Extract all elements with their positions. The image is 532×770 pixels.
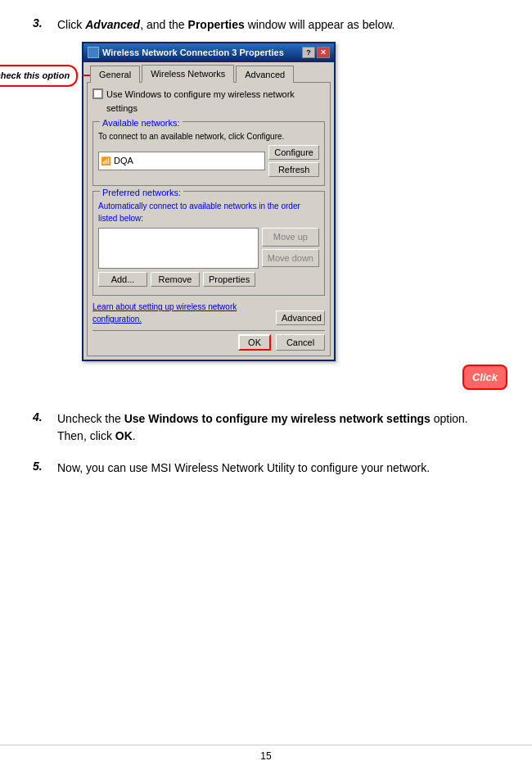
learn-advanced-row: Learn about setting up wireless network … xyxy=(92,301,325,325)
step-3: 3. Click Advanced, and the Properties wi… xyxy=(33,16,499,369)
preferred-networks-group: Preferred networks: Automatically connec… xyxy=(92,191,325,296)
step-3-text-after: , and the xyxy=(140,18,187,31)
tab-wireless-networks[interactable]: Wireless Networks xyxy=(142,65,234,84)
tab-advanced[interactable]: Advanced xyxy=(236,66,294,84)
step-5-text: Now, you can use MSI Wireless Network Ut… xyxy=(57,460,499,477)
learn-link[interactable]: Learn about setting up wireless network … xyxy=(92,301,276,325)
checkbox-label: Use Windows to configure my wireless net… xyxy=(106,88,325,115)
network-list: 📶 DQA xyxy=(98,152,265,170)
dialog-titlebar: Wireless Network Connection 3 Properties… xyxy=(83,43,334,62)
ok-bold: OK xyxy=(115,429,133,442)
preferred-row: Move up Move down xyxy=(98,228,319,269)
step-3-text: Click Advanced, and the Properties windo… xyxy=(57,16,499,369)
add-button[interactable]: Add... xyxy=(98,272,147,287)
preferred-networks-content: Automatically connect to available netwo… xyxy=(98,200,319,287)
step-4-text-end: . xyxy=(133,429,136,442)
avail-row: 📶 DQA Configure Refresh xyxy=(98,145,319,177)
tab-content: Use Windows to configure my wireless net… xyxy=(87,82,331,356)
available-networks-group: Available networks: To connect to an ava… xyxy=(92,121,325,186)
advanced-label: Advanced xyxy=(85,18,140,31)
step-4-text: Uncheck the Use Windows to configure my … xyxy=(57,410,499,445)
preferred-networks-title: Preferred networks: xyxy=(100,186,183,200)
step-3-text-end: window will appear as below. xyxy=(245,18,395,31)
step-3-number: 3. xyxy=(33,16,57,29)
properties-button[interactable]: Properties xyxy=(203,272,255,287)
wifi-icon: 📶 xyxy=(101,155,110,167)
ok-cancel-row: OK Cancel xyxy=(92,330,325,351)
step-4-number: 4. xyxy=(33,410,57,424)
network-name: DQA xyxy=(114,154,133,168)
step-5-number: 5. xyxy=(33,460,57,473)
tab-row: General Wireless Networks Advanced xyxy=(87,66,331,84)
properties-label: Properties xyxy=(188,18,245,31)
titlebar-buttons[interactable]: ? ✕ xyxy=(302,47,330,58)
bottom-buttons-row: Add... Remove Properties xyxy=(98,272,319,287)
close-button[interactable]: ✕ xyxy=(317,47,330,58)
uncheck-label: Uncheck this option xyxy=(0,65,78,87)
available-networks-title: Available networks: xyxy=(100,116,183,130)
ok-button[interactable]: OK xyxy=(238,334,271,351)
remove-button[interactable]: Remove xyxy=(151,272,200,287)
click-annotation: Click xyxy=(462,365,507,391)
cancel-button[interactable]: Cancel xyxy=(276,334,325,351)
titlebar-left: Wireless Network Connection 3 Properties xyxy=(88,46,284,60)
advanced-button[interactable]: Advanced xyxy=(276,310,325,325)
use-windows-checkbox[interactable] xyxy=(92,88,103,99)
page-number: 15 xyxy=(260,750,271,762)
page-footer: 15 xyxy=(0,745,532,762)
dialog-body: General Wireless Networks Advanced Use W… xyxy=(83,62,334,360)
dialog-box: Wireless Network Connection 3 Properties… xyxy=(82,42,336,361)
use-windows-bold: Use Windows to configure my wireless net… xyxy=(124,412,431,425)
available-networks-content: To connect to an available network, clic… xyxy=(98,130,319,177)
titlebar-icon xyxy=(88,47,99,58)
preferred-buttons: Move up Move down xyxy=(262,228,319,267)
configure-button[interactable]: Configure xyxy=(268,145,319,160)
click-label: Click xyxy=(462,365,507,391)
refresh-button[interactable]: Refresh xyxy=(268,162,319,177)
available-desc: To connect to an available network, clic… xyxy=(98,130,319,143)
step-4-text-before: Uncheck the xyxy=(57,412,124,425)
preferred-desc: Automatically connect to available netwo… xyxy=(98,200,319,224)
avail-buttons: Configure Refresh xyxy=(268,145,319,177)
step-3-text-before: Click xyxy=(57,18,85,31)
dialog-container: Uncheck this option ► Wireless Network C… xyxy=(82,42,499,361)
help-button[interactable]: ? xyxy=(302,47,315,58)
step-4: 4. Uncheck the Use Windows to configure … xyxy=(33,410,499,445)
preferred-list xyxy=(98,228,259,269)
move-down-button[interactable]: Move down xyxy=(262,249,319,268)
step-5: 5. Now, you can use MSI Wireless Network… xyxy=(33,460,499,477)
checkbox-row: Use Windows to configure my wireless net… xyxy=(92,88,325,115)
dialog-title: Wireless Network Connection 3 Properties xyxy=(102,46,284,60)
move-up-button[interactable]: Move up xyxy=(262,228,319,247)
tab-general[interactable]: General xyxy=(90,66,140,84)
